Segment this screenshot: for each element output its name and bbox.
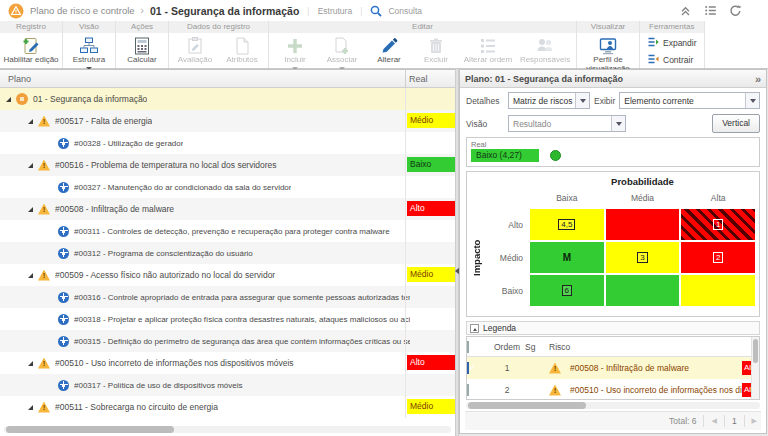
- chevron-down-icon[interactable]: [611, 116, 625, 131]
- page-plus-icon: [331, 35, 353, 56]
- matrix-cell[interactable]: 1: [681, 209, 755, 240]
- avaliacao-button: Avaliação: [172, 34, 218, 65]
- estrutura-button[interactable]: Estrutura: [66, 34, 112, 70]
- visao-select[interactable]: Resultado: [508, 115, 626, 132]
- vertical-button[interactable]: Vertical: [712, 114, 760, 133]
- alterar-button[interactable]: Alterar: [366, 34, 412, 65]
- visao-label: Visão: [466, 119, 504, 129]
- matrix-cell[interactable]: [681, 275, 755, 306]
- search-icon: [370, 5, 382, 17]
- matrix-cell[interactable]: 6: [530, 275, 604, 306]
- scrollbar-thumb[interactable]: [6, 426, 174, 433]
- expand-arrow-icon[interactable]: [28, 207, 33, 212]
- risk-warning-icon: [38, 160, 50, 171]
- col-header-risco[interactable]: Risco: [549, 342, 743, 352]
- scrollbar-thumb[interactable]: [753, 339, 758, 363]
- associar-button: Associar: [319, 34, 365, 70]
- perfil-visualizacao-button[interactable]: Perfil de visualização: [580, 34, 636, 73]
- expand-arrow-icon[interactable]: [28, 361, 33, 366]
- list-view-icon[interactable]: [704, 4, 717, 17]
- matrix-cell[interactable]: 2: [681, 242, 755, 273]
- row-checkbox[interactable]: [467, 362, 469, 374]
- legend-footer: Total: 6 ◀ 1 ▶: [465, 411, 761, 430]
- tree-row-control[interactable]: #00315 - Definição do perímetro de segur…: [0, 330, 455, 352]
- tree-row-control[interactable]: #00311 - Controles de detecção, prevençã…: [0, 220, 455, 242]
- excluir-button: Excluir: [413, 34, 459, 65]
- matrix-cell[interactable]: M: [530, 242, 604, 273]
- expand-arrow-icon[interactable]: [28, 273, 33, 278]
- tree-row-risk[interactable]: #00517 - Falta de energia Médio: [0, 110, 455, 132]
- expand-arrow-icon[interactable]: [28, 119, 33, 124]
- matrix-title: Probabilidade: [530, 176, 755, 189]
- collapse-ribbon-icon[interactable]: [679, 4, 692, 17]
- legend-header[interactable]: Legenda: [466, 321, 760, 335]
- column-header-real[interactable]: Real: [405, 70, 455, 88]
- tree-row-risk[interactable]: #00510 - Uso incorreto de informações no…: [0, 352, 455, 374]
- column-header-plano[interactable]: Plano: [0, 74, 31, 84]
- page-next-button[interactable]: ▶: [752, 417, 757, 425]
- matrix-cell[interactable]: [606, 209, 680, 240]
- matrix-cell[interactable]: 3: [606, 242, 680, 273]
- exibir-select[interactable]: Elemento corrente: [619, 92, 760, 109]
- control-icon: [58, 226, 69, 237]
- breadcrumb[interactable]: Plano de risco e controle: [30, 5, 135, 16]
- real-global-badge: Baixo (4,27): [471, 149, 539, 162]
- matrix-col-media: Média: [606, 191, 680, 207]
- legend-row[interactable]: 2 #00510 - Uso incorreto de informações …: [467, 379, 759, 400]
- status-dot: [550, 150, 561, 161]
- tree-row-control[interactable]: #00317 - Política de uso de dispositivos…: [0, 374, 455, 396]
- tree-row-risk[interactable]: #00509 - Acesso físico não autorizado no…: [0, 264, 455, 286]
- tree-row-control[interactable]: #00328 - Utilização de gerador: [0, 132, 455, 154]
- expand-arrow-icon[interactable]: [28, 163, 33, 168]
- expand-arrow-icon[interactable]: [6, 97, 11, 102]
- org-chart-icon: [78, 35, 100, 56]
- legend-toggle-icon[interactable]: [470, 324, 479, 333]
- calculator-icon: [131, 35, 153, 56]
- matrix-impact-title: Impacto: [471, 209, 484, 306]
- tree-row-control[interactable]: #00316 - Controle apropriado de entrada …: [0, 286, 455, 308]
- page-prev-button[interactable]: ◀: [711, 417, 716, 425]
- chevron-down-icon[interactable]: [575, 93, 589, 108]
- ordered-list-icon: [477, 35, 499, 56]
- consulta-link[interactable]: Consulta: [388, 6, 422, 16]
- expand-arrow-icon[interactable]: [28, 405, 33, 410]
- page-number[interactable]: 1: [732, 416, 737, 426]
- real-cell: [405, 132, 455, 154]
- collapse-panel-button[interactable]: [755, 71, 761, 87]
- habilitar-edicao-button[interactable]: Habilitar edição: [3, 34, 59, 65]
- expandir-button[interactable]: Expandir: [643, 35, 701, 50]
- legend-v-scrollbar[interactable]: [751, 337, 759, 399]
- estrutura-link[interactable]: Estrutura: [318, 6, 353, 16]
- tree-row-risk[interactable]: #00508 - Infiltração de malware Alto: [0, 198, 455, 220]
- calcular-button[interactable]: Calcular: [119, 34, 165, 65]
- tree-row-risk[interactable]: #00516 - Problema de temperatura no loca…: [0, 154, 455, 176]
- legend-row[interactable]: 1 #00508 - Infiltração de malware Alto: [467, 357, 759, 379]
- risk-warning-icon: [38, 116, 50, 127]
- scrollbar-thumb[interactable]: [468, 402, 586, 409]
- detail-panel-header: Plano: 01 - Segurança da informação: [460, 70, 766, 88]
- chevron-down-icon[interactable]: [745, 93, 759, 108]
- tree-row-control[interactable]: #00327 - Manutenção do ar condicionado d…: [0, 176, 455, 198]
- tree-h-scrollbar[interactable]: [4, 426, 451, 433]
- row-checkbox[interactable]: [467, 384, 469, 396]
- tree-row-control[interactable]: #00312 - Programa de conscientização do …: [0, 242, 455, 264]
- nivel-badge-clipped: Alto: [742, 383, 751, 397]
- contrair-button[interactable]: Contrair: [643, 52, 697, 67]
- tree-row-plan[interactable]: 01 - Segurança da informação: [0, 88, 455, 110]
- col-header-sg[interactable]: Sg: [525, 342, 549, 352]
- risk-warning-icon: [38, 204, 50, 215]
- matrix-row-medio: Médio: [486, 242, 528, 273]
- detalhes-label: Detalhes: [466, 96, 504, 106]
- legend-h-scrollbar[interactable]: [466, 402, 760, 409]
- tree-row-risk[interactable]: #00511 - Sobrecarga no circuito de energ…: [0, 396, 455, 418]
- detalhes-select[interactable]: Matriz de riscos: [508, 92, 590, 109]
- tree-row-control[interactable]: #00318 - Projetar e aplicar proteção fís…: [0, 308, 455, 330]
- matrix-cell[interactable]: 4,5: [530, 209, 604, 240]
- col-header-ordem[interactable]: Ordem: [489, 342, 525, 352]
- control-icon: [58, 380, 69, 391]
- legend-table-header: Ordem Sg Risco: [467, 337, 759, 357]
- matrix-cell[interactable]: [606, 275, 680, 306]
- ribbon-group-registro: Registro Habilitar edição: [0, 21, 63, 68]
- select-all-checkbox[interactable]: [467, 341, 469, 353]
- refresh-icon[interactable]: [729, 4, 742, 17]
